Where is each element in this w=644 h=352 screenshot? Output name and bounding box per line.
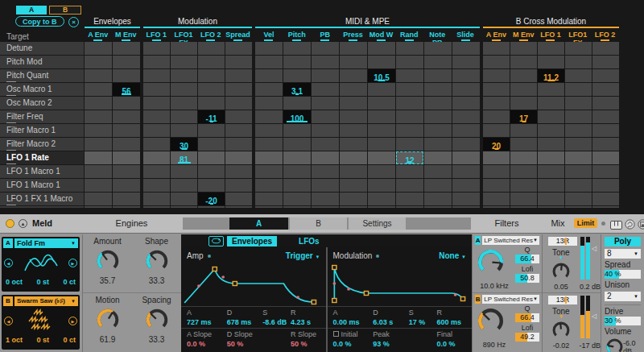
matrix-cell[interactable]: [171, 206, 197, 208]
filter-a-freq-value[interactable]: 10.0 kHz: [476, 282, 513, 290]
matrix-cell[interactable]: [312, 42, 339, 55]
matrix-cell[interactable]: [565, 151, 592, 164]
matrix-cell[interactable]: [452, 42, 480, 55]
filter-b-q-value[interactable]: 66.4: [515, 313, 539, 322]
matrix-cell[interactable]: [171, 110, 197, 123]
matrix-cell[interactable]: [171, 97, 197, 110]
matrix-cell[interactable]: [396, 193, 423, 205]
matrix-cell[interactable]: [143, 69, 170, 82]
mix-a-level-value[interactable]: 0.2 dB: [573, 283, 601, 291]
engine-b-octave[interactable]: 1 oct: [6, 336, 23, 345]
engine-a-next-button[interactable]: ▶: [68, 259, 77, 267]
matrix-cell[interactable]: [396, 110, 423, 123]
matrix-cell[interactable]: [592, 69, 619, 82]
filter-a-type-selector[interactable]: LP Switched Res▼: [482, 236, 539, 245]
filter-b-lofi-value[interactable]: 49.2: [515, 333, 539, 342]
mod-amount-cell[interactable]: 11.2: [538, 69, 564, 82]
matrix-cell[interactable]: [340, 97, 367, 110]
matrix-cell[interactable]: [340, 138, 367, 151]
matrix-cell[interactable]: [592, 83, 619, 96]
matrix-cell[interactable]: [510, 165, 537, 178]
matrix-row-label[interactable]: LFO 1 Macro 1: [0, 165, 84, 178]
matrix-cell[interactable]: [340, 56, 367, 68]
matrix-cell[interactable]: [592, 193, 619, 205]
matrix-cell[interactable]: [113, 97, 140, 110]
matrix-cell[interactable]: [171, 124, 197, 137]
matrix-cell[interactable]: [592, 42, 619, 55]
matrix-cell[interactable]: [538, 193, 564, 205]
subtab-lfos[interactable]: LFOs: [299, 237, 320, 246]
matrix-cell[interactable]: [143, 110, 170, 123]
matrix-cell[interactable]: [592, 151, 619, 164]
matrix-cell[interactable]: [113, 206, 140, 208]
matrix-row-label[interactable]: Osc Macro 2: [0, 97, 84, 110]
matrix-cell[interactable]: [225, 110, 252, 123]
amp-r-slope-value[interactable]: 50 %: [291, 340, 320, 348]
matrix-cell[interactable]: [312, 69, 339, 82]
matrix-cell[interactable]: [452, 69, 480, 82]
matrix-cell[interactable]: [283, 193, 311, 205]
engine-a-badge[interactable]: A: [3, 238, 13, 248]
matrix-cell[interactable]: [143, 206, 170, 208]
matrix-cell[interactable]: [538, 110, 564, 123]
mod-envelope-graph[interactable]: [328, 262, 473, 306]
mix-a-level-fader[interactable]: [580, 237, 590, 280]
matrix-cell[interactable]: [113, 138, 140, 151]
matrix-cell[interactable]: [312, 56, 339, 68]
mod-initial-value[interactable]: 0.0 %: [333, 340, 374, 348]
matrix-cell[interactable]: [225, 42, 252, 55]
matrix-cell[interactable]: [171, 83, 197, 96]
matrix-cell[interactable]: [198, 151, 225, 164]
matrix-cell[interactable]: [85, 179, 112, 192]
amp-env-mode-selector[interactable]: Trigger ▼: [286, 251, 320, 260]
mod-amount-cell[interactable]: -11: [198, 110, 225, 123]
tab-b[interactable]: B: [290, 217, 347, 230]
matrix-cell[interactable]: [113, 42, 140, 55]
matrix-cell[interactable]: [171, 193, 197, 205]
matrix-cell[interactable]: [368, 97, 395, 110]
subtab-envelopes[interactable]: Envelopes: [227, 236, 277, 246]
matrix-cell[interactable]: [171, 69, 197, 82]
matrix-cell[interactable]: [225, 124, 252, 137]
matrix-cell[interactable]: [483, 83, 510, 96]
matrix-cell[interactable]: [396, 83, 423, 96]
matrix-cell[interactable]: [510, 97, 537, 110]
matrix-cell[interactable]: [340, 42, 367, 55]
matrix-cell[interactable]: [283, 165, 311, 178]
mod-env-target-selector[interactable]: None ▼: [439, 251, 466, 260]
matrix-cell[interactable]: [538, 165, 564, 178]
amp-decay-value[interactable]: 678 ms: [227, 318, 263, 326]
matrix-cell[interactable]: [85, 69, 112, 82]
matrix-cell[interactable]: [424, 97, 452, 110]
matrix-cell[interactable]: [312, 138, 339, 151]
spacing-knob[interactable]: [144, 307, 170, 333]
matrix-cell[interactable]: [198, 138, 225, 151]
matrix-cell[interactable]: [225, 69, 252, 82]
matrix-cell[interactable]: [312, 206, 339, 208]
matrix-cell[interactable]: [255, 69, 283, 82]
matrix-cell[interactable]: [565, 138, 592, 151]
amp-a-slope-value[interactable]: 0.0 %: [187, 340, 227, 348]
matrix-cell[interactable]: [452, 83, 480, 96]
matrix-row-label[interactable]: Pitch Mod: [0, 56, 84, 68]
shape-value[interactable]: 33.3: [149, 276, 164, 285]
matrix-cell[interactable]: [565, 97, 592, 110]
matrix-cell[interactable]: [255, 206, 283, 208]
matrix-row-label[interactable]: LFO 1 FX 2 Macro: [0, 206, 84, 208]
matrix-cell[interactable]: [113, 69, 140, 82]
matrix-cell[interactable]: [85, 193, 112, 205]
matrix-cell[interactable]: [396, 124, 423, 137]
matrix-row-label[interactable]: Detune: [0, 42, 84, 55]
matrix-cell[interactable]: [483, 56, 510, 68]
amount-knob[interactable]: [95, 248, 121, 274]
matrix-cell[interactable]: [396, 179, 423, 192]
matrix-cell[interactable]: [198, 56, 225, 68]
matrix-cell[interactable]: [565, 165, 592, 178]
mod-amount-cell[interactable]: 20: [483, 138, 510, 151]
matrix-cell[interactable]: [565, 206, 592, 208]
matrix-cell[interactable]: [143, 165, 170, 178]
matrix-cell[interactable]: [565, 193, 592, 205]
matrix-cell[interactable]: [340, 179, 367, 192]
matrix-cell[interactable]: [592, 206, 619, 208]
matrix-cell[interactable]: [225, 179, 252, 192]
